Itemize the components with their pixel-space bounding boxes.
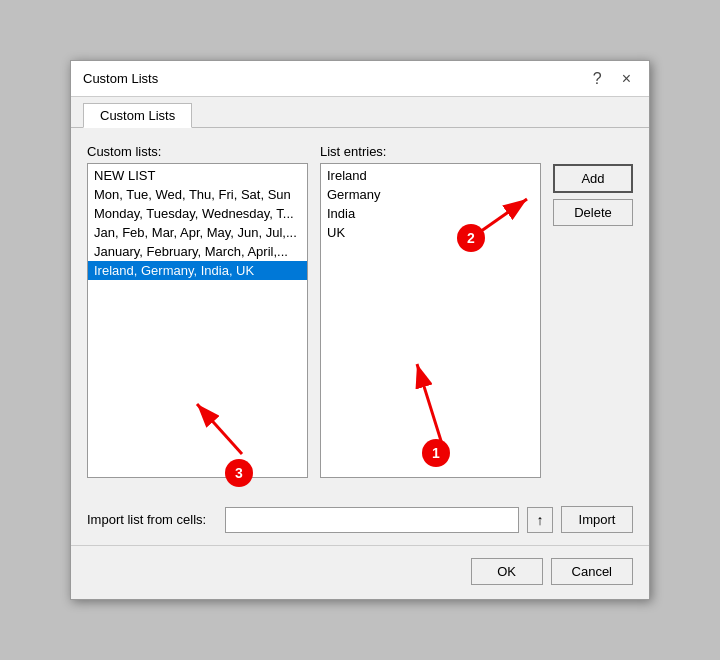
title-bar-controls: ? × xyxy=(587,69,637,89)
list-item[interactable]: NEW LIST xyxy=(88,166,307,185)
entry-item[interactable]: Ireland xyxy=(321,166,540,185)
add-button[interactable]: Add xyxy=(553,164,633,193)
import-cell-select-button[interactable]: ↑ xyxy=(527,507,553,533)
import-input[interactable] xyxy=(225,507,519,533)
import-label: Import list from cells: xyxy=(87,512,217,527)
entry-item[interactable]: Germany xyxy=(321,185,540,204)
help-button[interactable]: ? xyxy=(587,69,608,89)
action-buttons: Add Delete xyxy=(553,144,633,478)
ok-button[interactable]: OK xyxy=(471,558,543,585)
dialog-title: Custom Lists xyxy=(83,71,158,86)
delete-button[interactable]: Delete xyxy=(553,199,633,226)
footer: OK Cancel xyxy=(71,545,649,599)
close-button[interactable]: × xyxy=(616,69,637,89)
lists-area: Custom lists: NEW LIST Mon, Tue, Wed, Th… xyxy=(87,144,633,478)
list-item[interactable]: Monday, Tuesday, Wednesday, T... xyxy=(88,204,307,223)
list-entries-box[interactable]: Ireland Germany India UK xyxy=(320,163,541,478)
list-item[interactable]: Mon, Tue, Wed, Thu, Fri, Sat, Sun xyxy=(88,185,307,204)
list-item[interactable]: January, February, March, April,... xyxy=(88,242,307,261)
tab-row: Custom Lists xyxy=(71,97,649,128)
tab-custom-lists[interactable]: Custom Lists xyxy=(83,103,192,128)
import-row: Import list from cells: ↑ Import xyxy=(87,494,633,533)
custom-lists-label: Custom lists: xyxy=(87,144,308,159)
list-item[interactable]: Jan, Feb, Mar, Apr, May, Jun, Jul,... xyxy=(88,223,307,242)
list-item-selected[interactable]: Ireland, Germany, India, UK xyxy=(88,261,307,280)
list-entries-label: List entries: xyxy=(320,144,541,159)
dialog-body: Custom lists: NEW LIST Mon, Tue, Wed, Th… xyxy=(71,128,649,545)
cancel-button[interactable]: Cancel xyxy=(551,558,633,585)
custom-lists-section: Custom lists: NEW LIST Mon, Tue, Wed, Th… xyxy=(87,144,308,478)
entry-item[interactable]: UK xyxy=(321,223,540,242)
custom-lists-box[interactable]: NEW LIST Mon, Tue, Wed, Thu, Fri, Sat, S… xyxy=(87,163,308,478)
entry-item[interactable]: India xyxy=(321,204,540,223)
title-bar: Custom Lists ? × xyxy=(71,61,649,97)
custom-lists-dialog: Custom Lists ? × Custom Lists xyxy=(70,60,650,600)
list-entries-section: List entries: Ireland Germany India UK xyxy=(320,144,541,478)
import-button[interactable]: Import xyxy=(561,506,633,533)
